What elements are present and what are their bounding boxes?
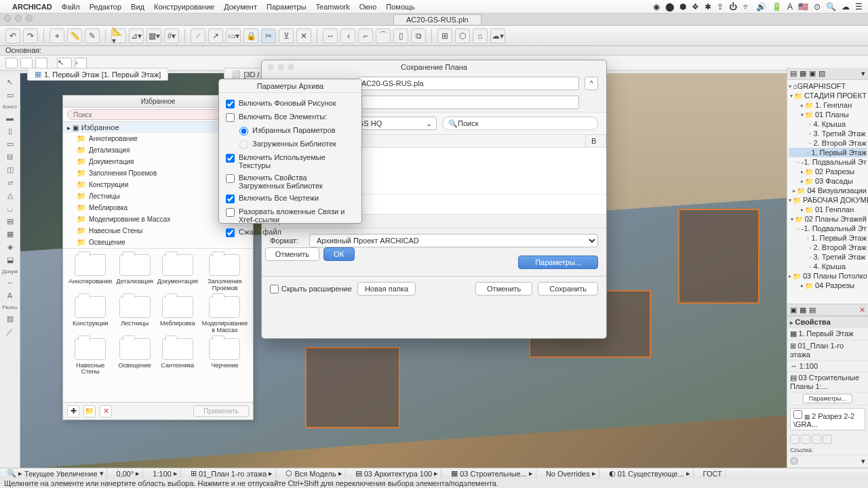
params-button[interactable]: Параметры...: [518, 256, 598, 269]
fav-delete[interactable]: ✕: [100, 405, 112, 418]
fav-grid-item[interactable]: Конструкции: [68, 296, 113, 334]
nav-item[interactable]: ▾📁02 Планы Этажей: [789, 214, 867, 224]
menu-file[interactable]: Файл: [62, 3, 80, 11]
status-icon[interactable]: ◉: [653, 2, 660, 12]
fav-folder[interactable]: 📁: [83, 405, 96, 418]
status-icon[interactable]: ☁: [842, 2, 850, 12]
status-icon[interactable]: ᯤ: [743, 2, 751, 12]
tool-curtain[interactable]: ▦: [2, 228, 18, 240]
tool-cloud[interactable]: ☁▾: [490, 28, 505, 43]
status-icon[interactable]: 🔍: [826, 2, 836, 12]
nav-icon[interactable]: ▦: [800, 306, 806, 314]
nav-root[interactable]: ▾⌂ GRAPHISOFT: [789, 81, 867, 91]
nav-tab[interactable]: ▨: [818, 69, 825, 78]
status-icon[interactable]: ⬤: [665, 2, 674, 12]
zoom-control[interactable]: 🔍 ▸ Текущее Увеличение ▾: [4, 469, 107, 478]
tool-lock[interactable]: 🔒: [243, 28, 258, 43]
nav-item[interactable]: ▫3. Третий Этаж: [789, 252, 867, 262]
tool-measure[interactable]: ⊞: [437, 28, 452, 43]
prop-extra[interactable]: ▦ 2 Разрез 2-2 \GRA...: [790, 408, 865, 430]
tool-dim[interactable]: ↔: [2, 277, 18, 289]
menu-teamwork[interactable]: Teamwork: [316, 3, 350, 11]
hide-ext-check[interactable]: Скрыть расширение: [270, 285, 352, 293]
archive-option[interactable]: Сжать файл: [226, 226, 355, 239]
nav-item[interactable]: ▾📁РАБОЧАЯ ДОКУМЕНТА: [789, 195, 867, 205]
scale[interactable]: 1:100 ▸: [150, 469, 181, 478]
status-override[interactable]: No Overrides ▸: [543, 469, 599, 478]
status-icon[interactable]: ⇪: [717, 2, 724, 12]
nav-item[interactable]: ▫4. Крыша: [789, 119, 867, 129]
tool-door[interactable]: ◫: [2, 163, 18, 176]
fav-grid-item[interactable]: Освещение: [117, 338, 153, 376]
status-gost[interactable]: ГОСТ: [701, 470, 726, 478]
tool-morph[interactable]: ◈: [2, 241, 18, 253]
tool-rect[interactable]: ▭▾: [226, 28, 241, 43]
nav-item[interactable]: ▫2. Второй Этаж: [789, 243, 867, 252]
menu-window[interactable]: Окно: [359, 3, 377, 11]
mini-btn[interactable]: [5, 58, 18, 68]
tool-column[interactable]: ▯: [2, 125, 18, 137]
nav-item[interactable]: ▫4. Крыша: [789, 262, 867, 271]
arrow-tool[interactable]: ↖: [57, 58, 72, 68]
tool-corner[interactable]: ⌐: [358, 28, 373, 43]
tool-split[interactable]: ⫞: [340, 28, 355, 43]
tool-3d[interactable]: ⬡: [455, 28, 470, 43]
tool-wall[interactable]: ▬: [2, 112, 18, 124]
archive-option[interactable]: Включить Используемые Текстуры: [226, 151, 355, 171]
tool-snap[interactable]: ⊿▾: [129, 28, 144, 43]
tool-line[interactable]: ⟋: [191, 28, 205, 43]
menu-construct[interactable]: Конструирование: [154, 3, 214, 11]
status-icon[interactable]: ✱: [705, 2, 711, 12]
nav-item[interactable]: ▸📁03 Фасады: [789, 176, 867, 186]
tool-trim[interactable]: ⊻: [279, 28, 294, 43]
tool-line2[interactable]: ／: [2, 325, 18, 338]
archive-cancel[interactable]: Отменить: [265, 247, 319, 261]
nav-item[interactable]: ▾📁СТАДИЯ ПРОЕКТ: [789, 91, 867, 100]
status-icon[interactable]: 🔋: [772, 2, 782, 12]
tool-grid[interactable]: ▦▾: [146, 28, 161, 43]
nav-item[interactable]: ▸📁04 Визуализации: [789, 186, 867, 195]
flag-icon[interactable]: 🇺🇸: [798, 2, 808, 12]
nav-item[interactable]: ▫2. Второй Этаж: [789, 138, 867, 148]
save-search[interactable]: 🔍 Поиск: [442, 117, 598, 130]
tool-dim[interactable]: ↔: [323, 28, 338, 43]
status-icon[interactable]: ⬢: [679, 2, 686, 12]
tool-arrow[interactable]: ↖: [2, 76, 18, 88]
status-arch[interactable]: ▤ 03 Архитектура 100 ▸: [353, 469, 441, 478]
tool-ruler[interactable]: 📏: [67, 28, 82, 43]
tool-arrow[interactable]: ↗: [208, 28, 223, 43]
nav-tab[interactable]: ▣: [809, 69, 816, 78]
status-icon[interactable]: ⏻: [729, 2, 737, 12]
tool-pencil[interactable]: ✎: [85, 28, 100, 43]
menu-document[interactable]: Документ: [224, 3, 257, 11]
cancel-button[interactable]: Отменить: [475, 282, 532, 296]
tool-fill[interactable]: ▨: [2, 312, 18, 325]
archive-ok[interactable]: OK: [323, 247, 355, 261]
fav-apply[interactable]: Применить: [193, 405, 249, 417]
fav-grid-item[interactable]: Аннотирование: [68, 254, 113, 292]
nav-item[interactable]: ▸📁1. Генплан: [789, 100, 867, 110]
fav-grid-item[interactable]: Сантехника: [157, 338, 198, 376]
nav-icon[interactable]: ▤: [809, 306, 816, 314]
menu-edit[interactable]: Редактор: [90, 3, 121, 11]
tool-arc[interactable]: ⌒: [376, 28, 391, 43]
tool-slab[interactable]: ▱: [2, 176, 18, 188]
p-icon[interactable]: [801, 434, 810, 444]
nav-item[interactable]: ▾📁01 Планы: [789, 110, 867, 119]
prop-params[interactable]: Параметры...: [803, 394, 852, 403]
nav-tab[interactable]: ▦: [800, 69, 806, 78]
coord[interactable]: 0,00° ▸: [114, 469, 144, 478]
archive-option[interactable]: Избранных Параметров: [226, 124, 355, 138]
tool-marquee[interactable]: ▭: [2, 89, 18, 101]
new-folder-button[interactable]: Новая папка: [357, 282, 416, 296]
status-icon[interactable]: ☰: [855, 2, 863, 12]
mini-btn[interactable]: [35, 58, 47, 68]
tool-object[interactable]: ⬓: [2, 253, 18, 266]
nav-tab[interactable]: ▤: [790, 69, 797, 78]
p-icon[interactable]: [823, 434, 832, 444]
nav-icon[interactable]: ▣: [790, 306, 797, 314]
status-model[interactable]: ⬡ Вся Модель ▸: [283, 469, 345, 478]
nav-item[interactable]: ▫1. Первый Этаж: [789, 148, 867, 157]
tool-beam[interactable]: ▭: [2, 138, 18, 150]
view-tab-plan[interactable]: ▦1. Первый Этаж [1. Первый Этаж]: [27, 68, 168, 81]
